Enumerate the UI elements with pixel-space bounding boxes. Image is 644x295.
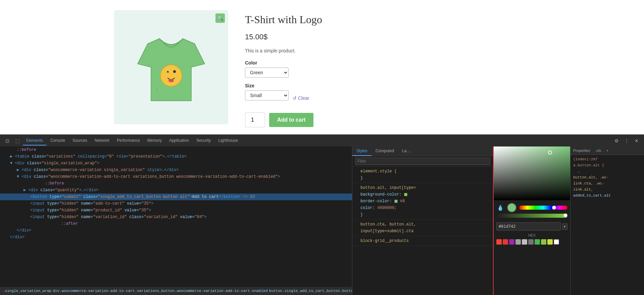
tab-memory[interactable]: Memory bbox=[144, 136, 165, 145]
filter-input[interactable] bbox=[355, 158, 490, 165]
hue-row: 💧 bbox=[494, 200, 570, 214]
tab-sources[interactable]: Sources bbox=[69, 136, 91, 145]
dom-line[interactable]: ▼ <div class="woocommerce-variation-add-… bbox=[0, 173, 352, 180]
tab-computed[interactable]: Computed bbox=[371, 146, 398, 156]
color-swatch[interactable] bbox=[522, 239, 527, 245]
dom-line: </div> bbox=[0, 234, 352, 241]
quantity-input[interactable] bbox=[245, 113, 265, 127]
tab-security[interactable]: Security bbox=[193, 136, 214, 145]
product-image: 🔍 bbox=[114, 10, 228, 124]
dom-line[interactable]: <input type="hidden" name="add-to-cart" … bbox=[0, 200, 352, 207]
rp-line: a.button.alt { bbox=[572, 162, 643, 168]
rp-tab-add[interactable]: + bbox=[604, 146, 611, 155]
style-rule-element: element.style { } bbox=[352, 167, 493, 183]
rp-line: (index):287 bbox=[572, 156, 643, 162]
breadcrumb-item[interactable]: div.woocommerce-variation-add-to-cart.va… bbox=[53, 289, 267, 293]
rp-line: button.alt, .wc- bbox=[572, 174, 643, 180]
devtools-toolbar: ⊡ ⬚ Elements Console Sources Network Per… bbox=[0, 134, 644, 146]
color-preview bbox=[507, 203, 516, 212]
style-rule-button-cta: button.cta, button.alt, input[type=submi… bbox=[352, 220, 493, 236]
size-label: Size bbox=[245, 83, 322, 88]
eyedropper-button[interactable]: 💧 bbox=[496, 204, 504, 212]
color-swatches bbox=[494, 238, 570, 246]
more-options-button[interactable]: ⋮ bbox=[622, 136, 631, 145]
hex-input[interactable] bbox=[496, 222, 561, 230]
refresh-icon: ↺ bbox=[293, 95, 297, 101]
size-select[interactable]: Small bbox=[245, 90, 289, 100]
color-label: Color bbox=[245, 60, 322, 66]
rp-tab-properties[interactable]: Properties bbox=[571, 146, 593, 155]
dom-line: </div> bbox=[0, 227, 352, 234]
styles-panel-tabs: Styles Computed La… bbox=[352, 146, 493, 156]
dom-line[interactable]: ▶ <div class="woocommerce-variation sing… bbox=[0, 167, 352, 173]
color-cursor[interactable] bbox=[548, 151, 552, 155]
styles-panel: Styles Computed La… element.style { } bu… bbox=[352, 146, 493, 295]
hex-toggle-button[interactable]: ▾ bbox=[562, 223, 567, 230]
device-toggle-button[interactable]: ⬚ bbox=[13, 136, 22, 145]
dom-line: ::after bbox=[0, 220, 352, 227]
color-swatch[interactable] bbox=[554, 239, 559, 245]
color-swatch[interactable] bbox=[509, 239, 514, 245]
dom-line: ::before bbox=[0, 146, 352, 153]
product-title: T-Shirt with Logo bbox=[245, 13, 322, 26]
breadcrumb-bar: .single_variation_wrap div.woocommerce-v… bbox=[0, 287, 352, 295]
color-select[interactable]: Green bbox=[245, 68, 289, 78]
dom-line[interactable]: <input type="hidden" name="variation_id"… bbox=[0, 214, 352, 220]
color-swatch[interactable] bbox=[496, 239, 502, 245]
dom-line[interactable]: ▶ <div class="quantity">…</div> bbox=[0, 187, 352, 194]
product-price: 15.00$ bbox=[245, 33, 322, 41]
zoom-icon[interactable]: 🔍 bbox=[215, 13, 225, 23]
cart-row: Add to cart bbox=[245, 113, 322, 127]
tab-layout[interactable]: La… bbox=[398, 146, 414, 156]
breadcrumb-item[interactable]: .single_variation_wrap bbox=[3, 289, 51, 293]
color-gradient-area[interactable] bbox=[494, 146, 570, 200]
hex-label: HEX bbox=[494, 233, 570, 238]
devtools-main: ::before ▶ <table class="variations" cel… bbox=[0, 146, 644, 295]
tab-performance[interactable]: Performance bbox=[113, 136, 143, 145]
tab-console[interactable]: Console bbox=[47, 136, 68, 145]
styles-filter bbox=[352, 156, 493, 167]
devtools-area: ⊡ ⬚ Elements Console Sources Network Per… bbox=[0, 134, 644, 295]
tab-lighthouse[interactable]: Lighthouse bbox=[215, 136, 241, 145]
color-swatch[interactable] bbox=[535, 239, 540, 245]
tab-styles[interactable]: Styles bbox=[352, 146, 371, 156]
rp-line: added_to_cart.alt bbox=[572, 193, 643, 199]
color-swatch-bg[interactable] bbox=[404, 193, 407, 196]
color-swatch-border[interactable] bbox=[394, 200, 398, 203]
size-row: Small ↺ Clear bbox=[245, 90, 322, 106]
elements-panel: ::before ▶ <table class="variations" cel… bbox=[0, 146, 352, 295]
settings-button[interactable]: ⚙ bbox=[612, 136, 621, 145]
dom-line[interactable]: <input type="hidden" name="product_id" v… bbox=[0, 207, 352, 214]
hue-slider[interactable] bbox=[519, 206, 567, 210]
tab-network[interactable]: Network bbox=[91, 136, 113, 145]
tab-application[interactable]: Application bbox=[166, 136, 192, 145]
dom-line[interactable]: ▶ <table class="variations" cellspacing=… bbox=[0, 153, 352, 160]
inspect-element-button[interactable]: ⊡ bbox=[3, 136, 12, 145]
product-tshirt-svg bbox=[134, 24, 208, 111]
right-panel-tabs: Properties .cls + bbox=[571, 146, 644, 155]
svg-point-2 bbox=[168, 79, 174, 82]
clear-link[interactable]: ↺ Clear bbox=[293, 95, 309, 101]
breadcrumb-item[interactable]: button.single_add_to_cart_button.button.… bbox=[269, 289, 352, 293]
color-swatch[interactable] bbox=[541, 239, 546, 245]
color-swatch[interactable] bbox=[503, 239, 508, 245]
color-swatch[interactable] bbox=[528, 239, 534, 245]
hex-row: ▾ bbox=[494, 220, 570, 233]
svg-point-0 bbox=[160, 65, 182, 86]
clear-label: Clear bbox=[298, 95, 309, 101]
close-devtools-button[interactable]: ✕ bbox=[632, 136, 641, 145]
dom-line[interactable]: ▼ <div class="single_variation_wrap"> bbox=[0, 160, 352, 167]
rp-line: link.alt, bbox=[572, 186, 643, 193]
product-description: This is a simple product. bbox=[245, 48, 322, 53]
dom-line: ::before bbox=[0, 180, 352, 187]
dom-line-selected[interactable]: <button type="submit" class="single_add_… bbox=[0, 194, 352, 200]
add-to-cart-button[interactable]: Add to cart bbox=[269, 113, 313, 127]
style-rule-button-alt: button.alt, input[type= background-color… bbox=[352, 183, 493, 220]
rp-tab-cls[interactable]: .cls bbox=[593, 146, 604, 155]
color-swatch[interactable] bbox=[547, 239, 553, 245]
opacity-slider[interactable] bbox=[496, 214, 567, 218]
color-swatch[interactable] bbox=[515, 239, 521, 245]
right-panel-content: (index):287 a.button.alt { … button.alt,… bbox=[571, 155, 644, 295]
tab-elements[interactable]: Elements bbox=[23, 136, 46, 145]
style-rule-block-grid: block-grid__products bbox=[352, 236, 493, 246]
